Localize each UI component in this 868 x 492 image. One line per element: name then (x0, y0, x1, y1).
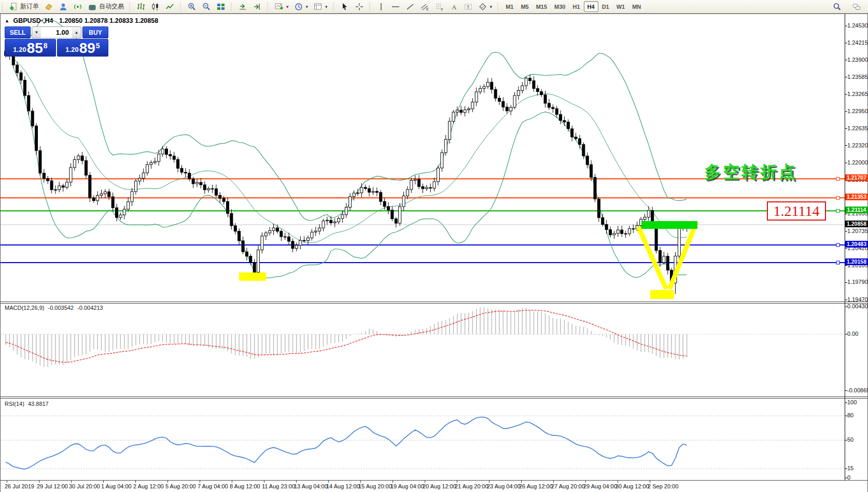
panel-separator[interactable] (1, 302, 867, 304)
timeframe-mn[interactable]: MN (628, 1, 645, 12)
auto-trading-button[interactable]: 自动交易 (85, 1, 127, 12)
time-label: 26 Jul 2019 (5, 483, 34, 489)
trendline-icon (405, 2, 415, 11)
label-button[interactable]: T (461, 1, 475, 12)
toolbar-drag-handle[interactable] (129, 3, 131, 11)
volume-down-button[interactable]: ▼ (32, 27, 41, 38)
horizontal-line-button[interactable] (388, 1, 403, 12)
green-resistance-box[interactable] (641, 221, 697, 229)
tile-windows-button[interactable] (214, 1, 228, 12)
time-label: 19 Aug 04:00 (390, 483, 424, 489)
chart-title: ▲ GBPUSD-,H4 1.20850 1.20878 1.20833 1.2… (5, 17, 158, 24)
time-label: 5 Aug 20:00 (165, 483, 196, 489)
toolbar-drag-handle[interactable] (369, 3, 371, 11)
fibonacci-button[interactable]: F (432, 1, 446, 12)
auto-scroll-button[interactable] (235, 1, 250, 12)
signal-icon (73, 2, 82, 11)
text-button[interactable]: A (446, 1, 461, 12)
time-label: 13 Aug 04:00 (294, 483, 328, 489)
zoom-in-icon (187, 2, 197, 11)
zoom-in-button[interactable] (185, 1, 199, 12)
zoom-out-button[interactable] (199, 1, 214, 12)
timeframe-m1[interactable]: M1 (502, 1, 517, 12)
timeframe-m15[interactable]: M15 (533, 1, 551, 12)
collapse-arrow-icon[interactable]: ▲ (5, 18, 9, 23)
time-tick (7, 481, 7, 483)
svg-text:F: F (441, 7, 443, 11)
timeframe-h4[interactable]: H4 (584, 1, 598, 12)
time-tick (232, 481, 232, 483)
vertical-line-button[interactable] (374, 1, 388, 12)
buy-price[interactable]: 1.20 89 5 (57, 39, 108, 57)
market-watch-button[interactable] (56, 1, 71, 12)
cursor-icon (340, 2, 349, 11)
line-chart-button[interactable] (163, 1, 177, 12)
time-tick (618, 481, 618, 483)
sell-price-small: 1.20 (13, 46, 26, 53)
macd-main-value: -0.003542 (48, 305, 74, 311)
time-tick (200, 481, 200, 483)
price-callout-box[interactable]: 1.21114 (767, 201, 826, 221)
chart-shift-button[interactable] (250, 1, 264, 12)
bar-chart-button[interactable] (134, 1, 148, 12)
search-button[interactable] (830, 1, 844, 12)
trendline-button[interactable] (403, 1, 417, 12)
yellow-box-left[interactable] (239, 272, 266, 281)
volume-input[interactable] (41, 27, 72, 38)
buy-price-small: 1.20 (65, 46, 78, 53)
toolbar-drag-handle[interactable] (180, 3, 182, 11)
svg-text:T: T (467, 4, 470, 9)
time-tick (360, 481, 361, 483)
volume-up-button[interactable]: ▲ (72, 27, 81, 38)
price-label-chip: 1.21353 (845, 194, 868, 200)
yellow-box-bottom[interactable] (650, 290, 674, 299)
shapes-button[interactable]: ▾ (475, 1, 495, 12)
turning-point-annotation[interactable]: 多空转折点 (704, 161, 797, 184)
chevron-down-icon[interactable]: ▾ (490, 4, 493, 9)
toolbar-drag-handle[interactable] (497, 3, 499, 11)
timeframe-m30[interactable]: M30 (551, 1, 569, 12)
profiles-button[interactable] (41, 1, 56, 12)
price-label-chip: 1.20483 (845, 241, 868, 248)
panel-separator[interactable] (1, 397, 867, 399)
time-axis[interactable]: 26 Jul 201929 Jul 12:0030 Jul 20:001 Aug… (1, 481, 867, 492)
time-label: 14 Aug 12:00 (326, 483, 360, 489)
time-label: 11 Aug 23:00 (262, 483, 295, 489)
chevron-down-icon[interactable]: ▾ (325, 4, 328, 9)
toolbar-drag-handle[interactable] (333, 3, 335, 11)
time-label: 21 Aug 20:00 (455, 483, 488, 489)
yellow-shapes[interactable] (239, 223, 696, 299)
periods-button[interactable]: ▾ (291, 1, 311, 12)
time-label: 27 Aug 20:00 (551, 483, 585, 489)
toolbar-drag-handle[interactable] (2, 3, 4, 11)
toolbar-drag-handle[interactable] (267, 3, 269, 11)
time-tick (328, 481, 329, 483)
time-tick (585, 481, 586, 483)
timeframe-h1[interactable]: H1 (569, 1, 584, 12)
channel-button[interactable]: E (417, 1, 432, 12)
chat-button[interactable] (849, 1, 864, 12)
sell-price-big: 85 (27, 42, 43, 55)
timeframe-m5[interactable]: M5 (517, 1, 532, 12)
timeframe-w1[interactable]: W1 (613, 1, 629, 12)
candlestick-button[interactable] (148, 1, 163, 12)
sell-button[interactable]: SELL (5, 26, 31, 38)
price-label-chip: 1.20158 (845, 258, 868, 265)
rsi-line (6, 417, 687, 469)
timeframe-d1[interactable]: D1 (598, 1, 613, 12)
signals-button[interactable] (71, 1, 85, 12)
crosshair-button[interactable] (352, 1, 367, 12)
indicators-button[interactable]: ▾ (272, 1, 291, 12)
svg-text:A: A (452, 3, 457, 10)
time-label: 15 Aug 20:00 (358, 483, 392, 489)
new-order-button[interactable]: 新订单 (6, 1, 41, 12)
buy-button[interactable]: BUY (82, 26, 108, 38)
price-tick: 1.23900 (847, 57, 868, 63)
toolbar-drag-handle[interactable] (231, 3, 233, 11)
sell-price[interactable]: 1.20 85 8 (5, 39, 56, 57)
chevron-down-icon[interactable]: ▾ (286, 4, 289, 9)
chevron-down-icon[interactable]: ▾ (306, 4, 309, 9)
templates-button[interactable]: ▾ (311, 1, 330, 12)
cursor-button[interactable] (338, 1, 352, 12)
macd-tick: 0.00 (847, 331, 858, 337)
